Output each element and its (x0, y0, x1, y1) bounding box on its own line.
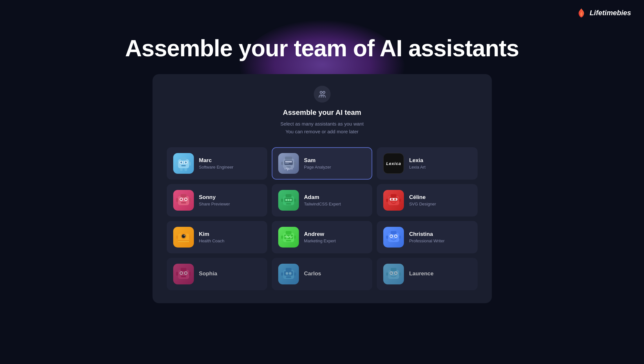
avatar-sonny (173, 190, 194, 211)
avatar-kim (173, 227, 194, 248)
robot-sam (280, 155, 297, 172)
svg-point-7 (185, 161, 187, 163)
lexia-logo-text: Lexica (386, 161, 401, 166)
assistant-card-kim[interactable]: Kim Health Coach (167, 221, 267, 253)
robot-kim (175, 228, 192, 246)
assistant-card-sam[interactable]: Sam Page Analyzer (272, 147, 372, 180)
svg-point-68 (391, 236, 392, 236)
avatar-carlos (278, 264, 299, 284)
svg-point-66 (390, 235, 392, 237)
svg-point-34 (288, 199, 290, 201)
info-kim: Kim Health Coach (199, 231, 225, 243)
svg-rect-2 (178, 159, 189, 168)
robot-carlos (280, 265, 297, 283)
info-andrew: Andrew Marketing Expert (304, 231, 336, 243)
robot-sophia (175, 265, 192, 283)
svg-point-85 (289, 272, 291, 275)
svg-point-95 (391, 272, 392, 273)
svg-rect-11 (180, 168, 183, 171)
svg-rect-87 (281, 272, 283, 276)
svg-rect-90 (391, 268, 396, 271)
name-andrew: Andrew (304, 231, 336, 237)
name-celine: Céline (409, 194, 436, 201)
assistant-card-christina[interactable]: Christina Professional Writer (377, 221, 477, 253)
svg-rect-71 (399, 236, 401, 239)
svg-point-96 (396, 272, 396, 273)
svg-point-26 (185, 198, 187, 200)
name-marc: Marc (199, 157, 234, 164)
avatar-laurence (383, 264, 404, 284)
role-marc: Software Engineer (199, 165, 234, 170)
info-sam: Sam Page Analyzer (304, 157, 331, 170)
panel-title: Assemble your AI team (283, 108, 361, 117)
name-adam: Adam (304, 194, 341, 201)
svg-rect-55 (189, 236, 191, 239)
role-andrew: Marketing Expert (304, 238, 336, 243)
robot-laurence (385, 265, 402, 283)
svg-rect-12 (185, 168, 187, 171)
svg-rect-46 (399, 199, 401, 202)
assistant-card-andrew[interactable]: Andrew Marketing Expert (272, 221, 372, 253)
avatar-celine (383, 190, 404, 211)
robot-celine (385, 192, 402, 209)
avatar-adam (278, 190, 299, 211)
svg-rect-72 (178, 270, 189, 279)
info-celine: Céline SVG Designer (409, 194, 436, 206)
avatar-marc (173, 153, 194, 174)
logo: Lifetimebies (575, 7, 631, 19)
svg-rect-98 (399, 272, 401, 276)
svg-point-1 (323, 92, 325, 94)
robot-andrew (280, 228, 297, 246)
assistant-card-adam[interactable]: Adam TailwindCSS Expert (272, 184, 372, 216)
svg-point-43 (391, 198, 393, 200)
people-icon (318, 90, 326, 98)
assistant-card-carlos[interactable]: Carlos (272, 258, 372, 290)
svg-point-76 (180, 272, 182, 274)
role-lexia: Lexia Art (409, 165, 426, 170)
name-sam: Sam (304, 157, 331, 164)
main-heading: Assemble your team of AI assistants (106, 36, 538, 61)
name-kim: Kim (199, 231, 225, 237)
assistant-card-sonny[interactable]: Sonny Share Previewer (167, 184, 267, 216)
assistant-card-laurence[interactable]: Laurence (377, 258, 477, 290)
name-christina: Christina (409, 231, 445, 237)
svg-rect-79 (176, 272, 178, 276)
svg-rect-36 (286, 203, 291, 204)
assistant-card-sophia[interactable]: Sophia (167, 258, 267, 290)
svg-rect-38 (294, 199, 296, 202)
svg-rect-54 (176, 236, 178, 239)
info-christina: Christina Professional Writer (409, 231, 445, 243)
svg-rect-86 (286, 276, 291, 278)
svg-rect-27 (181, 202, 186, 204)
svg-rect-57 (286, 231, 291, 234)
avatar-lexia: Lexica (383, 153, 404, 174)
role-sam: Page Analyzer (304, 165, 331, 170)
svg-rect-21 (178, 196, 189, 205)
svg-rect-73 (181, 268, 186, 271)
svg-rect-82 (286, 268, 291, 271)
svg-rect-42 (390, 198, 397, 201)
svg-rect-80 (189, 272, 191, 276)
team-icon-circle (314, 86, 331, 103)
svg-point-44 (394, 198, 396, 200)
assistant-card-marc[interactable]: Marc Software Engineer (167, 147, 267, 180)
robot-adam (280, 192, 297, 209)
main-panel: Assemble your AI team Select as many ass… (153, 74, 492, 303)
svg-rect-9 (176, 162, 178, 166)
svg-rect-61 (294, 236, 296, 239)
svg-rect-31 (286, 194, 291, 197)
name-lexia: Lexia (409, 157, 426, 164)
svg-rect-16 (285, 161, 292, 162)
svg-rect-89 (388, 270, 399, 279)
svg-point-94 (395, 272, 397, 274)
assistant-card-celine[interactable]: Céline SVG Designer (377, 184, 477, 216)
svg-point-51 (184, 235, 185, 236)
role-kim: Health Coach (199, 238, 225, 243)
svg-rect-37 (281, 199, 283, 202)
svg-rect-17 (285, 163, 289, 164)
avatar-sam (278, 153, 299, 174)
avatar-sophia (173, 264, 194, 284)
info-lexia: Lexia Lexia Art (409, 157, 426, 170)
assistant-card-lexia[interactable]: Lexica Lexia Lexia Art (377, 147, 477, 180)
role-celine: SVG Designer (409, 202, 436, 206)
